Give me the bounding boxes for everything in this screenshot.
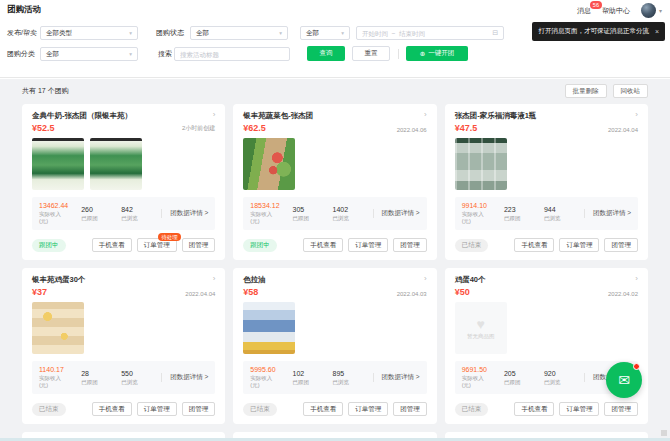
- order-manage-button[interactable]: 订单管理: [137, 402, 177, 416]
- status-badge: 跟团中: [32, 239, 66, 252]
- card-title: 银丰苑蔬菜包-张杰团: [243, 111, 313, 121]
- income-label: 实际收入(元): [39, 375, 69, 389]
- header: 团购活动 消息 56 帮助中心 ▾ 打开消息页面，才可保证消息正常分流 × 发布…: [0, 0, 670, 78]
- group-card: 银丰苑鸡蛋30个 › ¥37 2022.04.04 1140.17实际收入(元)…: [22, 268, 225, 424]
- query-button[interactable]: 查询: [307, 46, 345, 61]
- group-card: 色拉油 › ¥58 2022.04.03 5995.60实际收入(元) 102已…: [233, 268, 436, 424]
- viewed-value: 550: [121, 370, 149, 377]
- joined-value: 205: [504, 370, 532, 377]
- income-value: 13462.44: [39, 202, 69, 209]
- phone-view-button[interactable]: 手机查看: [92, 402, 132, 416]
- account-menu[interactable]: ▾: [641, 3, 662, 18]
- one-click-open-group-button[interactable]: ⊕ 一键开团: [406, 46, 468, 61]
- group-manage-button[interactable]: 团管理: [182, 238, 216, 252]
- phone-view-button[interactable]: 手机查看: [92, 238, 132, 252]
- status-badge: 已结束: [32, 403, 66, 416]
- group-status-select[interactable]: 全部 ▾: [190, 26, 288, 40]
- group-manage-button[interactable]: 团管理: [182, 402, 216, 416]
- chevron-right-icon[interactable]: ›: [213, 111, 216, 119]
- status-badge: 已结束: [455, 403, 489, 416]
- scrollbar-corner: [661, 430, 667, 436]
- group-manage-button[interactable]: 团管理: [604, 402, 638, 416]
- phone-view-button[interactable]: 手机查看: [303, 402, 343, 416]
- joined-value: 260: [81, 206, 109, 213]
- reset-button[interactable]: 重置: [352, 46, 390, 61]
- phone-view-button[interactable]: 手机查看: [514, 402, 554, 416]
- card-price: ¥58: [243, 287, 258, 297]
- chevron-right-icon[interactable]: ›: [635, 275, 638, 283]
- page-title: 团购活动: [7, 4, 41, 16]
- chevron-right-icon[interactable]: ›: [635, 111, 638, 119]
- heart-icon: ♥: [477, 317, 485, 331]
- phone-view-button[interactable]: 手机查看: [514, 238, 554, 252]
- chevron-right-icon[interactable]: ›: [424, 275, 427, 283]
- pending-badge: 待处理: [158, 233, 181, 241]
- viewed-value: 895: [333, 370, 361, 377]
- chat-button[interactable]: ✉: [606, 362, 642, 398]
- card-stats: 18534.12实际收入(元) 305已跟团 1402已浏览 团数据详情 >: [243, 197, 426, 230]
- card-price: ¥62.5: [243, 123, 266, 133]
- publish-filter-label: 发布/帮卖: [7, 26, 37, 40]
- date-range-input[interactable]: [362, 30, 492, 37]
- unread-dot: [633, 363, 640, 370]
- joined-label: 已跟团: [293, 379, 321, 386]
- card-date: 2022.04.04: [608, 127, 638, 133]
- open-group-label: 一键开团: [428, 49, 454, 58]
- viewed-label: 已浏览: [121, 215, 149, 222]
- order-manage-button[interactable]: 订单管理: [348, 402, 388, 416]
- status-badge: 跟团中: [243, 239, 277, 252]
- phone-view-button[interactable]: 手机查看: [303, 238, 343, 252]
- product-image: [32, 138, 84, 190]
- time-scope-select[interactable]: 全部 ▾: [300, 26, 350, 40]
- card-date: 2022.04.04: [185, 291, 215, 297]
- income-label: 实际收入(元): [250, 375, 280, 389]
- batch-delete-button[interactable]: 批量删除: [565, 84, 607, 98]
- status-badge: 已结束: [455, 239, 489, 252]
- group-manage-button[interactable]: 团管理: [393, 238, 427, 252]
- data-detail-link[interactable]: 团数据详情 >: [161, 209, 208, 218]
- group-card: 鸡蛋40个 › ¥50 2022.04.02 ♥ 暂无商品图 9691.50实际…: [445, 268, 648, 424]
- data-detail-link[interactable]: 团数据详情 >: [584, 209, 631, 218]
- avatar[interactable]: [641, 3, 656, 18]
- publish-type-select[interactable]: 全部类型 ▾: [40, 26, 138, 40]
- top-right-nav: 消息 56 帮助中心 ▾: [577, 3, 662, 18]
- order-manage-button[interactable]: 订单管理: [559, 238, 599, 252]
- category-select[interactable]: 全部 ▾: [40, 47, 138, 61]
- card-title: 色拉油: [243, 275, 266, 285]
- envelope-icon: ✉: [618, 373, 630, 387]
- category-value: 全部: [46, 50, 59, 59]
- close-icon[interactable]: ×: [655, 28, 659, 35]
- order-manage-button[interactable]: 待处理订单管理: [137, 238, 177, 252]
- product-image: [90, 138, 142, 190]
- category-filter-label: 团购分类: [7, 47, 35, 61]
- chevron-right-icon[interactable]: ›: [424, 111, 427, 119]
- data-detail-link[interactable]: 团数据详情 >: [161, 373, 208, 382]
- messages-link[interactable]: 消息 56: [577, 6, 591, 16]
- data-detail-link[interactable]: 团数据详情 >: [373, 209, 420, 218]
- group-manage-button[interactable]: 团管理: [604, 238, 638, 252]
- card-title: 金典牛奶-张杰团（限银丰苑）: [32, 111, 132, 121]
- joined-value: 305: [293, 206, 321, 213]
- no-image-text: 暂无商品图: [467, 333, 495, 340]
- card-price: ¥37: [32, 287, 47, 297]
- caret-down-icon: ▾: [341, 30, 344, 36]
- plus-circle-icon: ⊕: [420, 50, 425, 58]
- search-input[interactable]: [174, 47, 290, 61]
- content-area: 共有 17 个团购 批量删除 回收站 金典牛奶-张杰团（限银丰苑） › ¥52.…: [0, 79, 670, 441]
- messages-tooltip: 打开消息页面，才可保证消息正常分流 ×: [532, 22, 665, 41]
- chevron-right-icon[interactable]: ›: [213, 275, 216, 283]
- help-center-link[interactable]: 帮助中心: [602, 6, 630, 16]
- income-label: 实际收入(元): [39, 211, 69, 225]
- order-manage-button[interactable]: 订单管理: [559, 402, 599, 416]
- viewed-label: 已浏览: [544, 379, 572, 386]
- recycle-bin-button[interactable]: 回收站: [613, 84, 649, 98]
- card-date: 2022.04.06: [397, 127, 427, 133]
- order-manage-button[interactable]: 订单管理: [348, 238, 388, 252]
- income-value: 9914.10: [462, 202, 492, 209]
- list-toolbar: 共有 17 个团购 批量删除 回收站: [22, 79, 648, 104]
- card-date: 2022.04.03: [397, 291, 427, 297]
- group-manage-button[interactable]: 团管理: [393, 402, 427, 416]
- no-image-placeholder: ♥ 暂无商品图: [455, 302, 507, 354]
- date-range-picker[interactable]: ⊟: [356, 26, 504, 40]
- data-detail-link[interactable]: 团数据详情 >: [373, 373, 420, 382]
